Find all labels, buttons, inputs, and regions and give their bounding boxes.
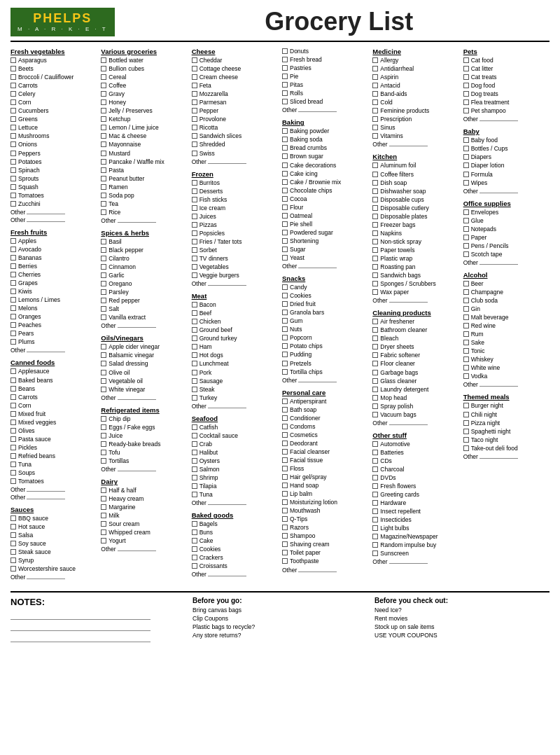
checkbox[interactable]: [372, 361, 378, 366]
checkbox[interactable]: [282, 361, 288, 366]
checkbox[interactable]: [10, 159, 16, 165]
checkbox[interactable]: [463, 180, 469, 186]
checkbox[interactable]: [10, 184, 16, 190]
checkbox[interactable]: [101, 125, 106, 130]
checkbox[interactable]: [192, 361, 197, 366]
checkbox[interactable]: [10, 378, 16, 383]
checkbox[interactable]: [463, 154, 469, 160]
checkbox[interactable]: [10, 125, 16, 130]
checkbox[interactable]: [10, 201, 16, 207]
checkbox[interactable]: [10, 99, 16, 105]
checkbox[interactable]: [282, 171, 288, 176]
checkbox[interactable]: [372, 197, 378, 202]
checkbox[interactable]: [10, 247, 16, 252]
checkbox[interactable]: [282, 449, 288, 455]
checkbox[interactable]: [10, 428, 16, 434]
checkbox[interactable]: [10, 322, 16, 328]
checkbox[interactable]: [372, 172, 378, 177]
checkbox[interactable]: [192, 57, 197, 63]
checkbox[interactable]: [372, 133, 378, 139]
checkbox[interactable]: [101, 387, 106, 392]
checkbox[interactable]: [10, 263, 16, 269]
checkbox[interactable]: [192, 378, 197, 384]
checkbox[interactable]: [372, 458, 378, 464]
checkbox[interactable]: [101, 378, 106, 384]
checkbox[interactable]: [463, 420, 469, 426]
checkbox[interactable]: [282, 352, 288, 357]
checkbox[interactable]: [282, 213, 288, 219]
checkbox[interactable]: [10, 297, 16, 303]
checkbox[interactable]: [101, 496, 106, 501]
checkbox[interactable]: [463, 356, 469, 362]
checkbox[interactable]: [372, 500, 378, 506]
checkbox[interactable]: [463, 314, 469, 320]
checkbox[interactable]: [192, 205, 197, 211]
checkbox[interactable]: [372, 162, 378, 168]
checkbox[interactable]: [192, 370, 197, 375]
checkbox[interactable]: [10, 255, 16, 261]
checkbox[interactable]: [372, 83, 378, 88]
checkbox[interactable]: [463, 340, 469, 345]
checkbox[interactable]: [372, 214, 378, 219]
checkbox[interactable]: [372, 180, 378, 186]
checkbox[interactable]: [192, 188, 197, 194]
checkbox[interactable]: [463, 281, 469, 286]
checkbox[interactable]: [372, 517, 378, 522]
checkbox[interactable]: [192, 563, 197, 569]
checkbox[interactable]: [282, 74, 288, 79]
checkbox[interactable]: [10, 368, 16, 374]
checkbox[interactable]: [372, 272, 378, 278]
checkbox[interactable]: [463, 99, 469, 105]
checkbox[interactable]: [463, 226, 469, 232]
checkbox[interactable]: [282, 432, 288, 438]
checkbox[interactable]: [282, 247, 288, 252]
checkbox[interactable]: [10, 541, 16, 546]
checkbox[interactable]: [282, 441, 288, 446]
checkbox[interactable]: [282, 558, 288, 564]
checkbox[interactable]: [372, 378, 378, 384]
checkbox[interactable]: [282, 82, 288, 88]
checkbox[interactable]: [372, 550, 378, 556]
checkbox[interactable]: [10, 515, 16, 521]
checkbox[interactable]: [372, 525, 378, 531]
checkbox[interactable]: [372, 66, 378, 71]
checkbox[interactable]: [282, 188, 288, 193]
checkbox[interactable]: [372, 281, 378, 286]
checkbox[interactable]: [192, 424, 197, 430]
checkbox[interactable]: [101, 441, 106, 447]
checkbox[interactable]: [101, 74, 106, 80]
checkbox[interactable]: [10, 305, 16, 311]
checkbox[interactable]: [192, 66, 197, 71]
checkbox[interactable]: [101, 193, 106, 198]
checkbox[interactable]: [10, 411, 16, 417]
checkbox[interactable]: [192, 555, 197, 560]
checkbox[interactable]: [282, 301, 288, 307]
checkbox[interactable]: [192, 433, 197, 438]
checkbox[interactable]: [282, 343, 288, 349]
checkbox[interactable]: [101, 83, 106, 88]
checkbox[interactable]: [101, 504, 106, 510]
checkbox[interactable]: [372, 319, 378, 324]
checkbox[interactable]: [101, 176, 106, 181]
checkbox[interactable]: [372, 335, 378, 341]
checkbox[interactable]: [282, 516, 288, 522]
checkbox[interactable]: [192, 151, 197, 156]
checkbox[interactable]: [282, 48, 288, 54]
checkbox[interactable]: [10, 445, 16, 450]
checkbox[interactable]: [101, 167, 106, 173]
checkbox[interactable]: [463, 146, 469, 151]
checkbox[interactable]: [282, 499, 288, 505]
checkbox[interactable]: [463, 429, 469, 434]
checkbox[interactable]: [10, 478, 16, 484]
checkbox[interactable]: [282, 99, 288, 104]
checkbox[interactable]: [282, 508, 288, 513]
checkbox[interactable]: [192, 458, 197, 464]
checkbox[interactable]: [10, 436, 16, 442]
checkbox[interactable]: [463, 365, 469, 370]
checkbox[interactable]: [10, 74, 16, 80]
checkbox[interactable]: [101, 116, 106, 122]
checkbox[interactable]: [101, 314, 106, 320]
checkbox[interactable]: [282, 137, 288, 142]
checkbox[interactable]: [10, 91, 16, 97]
checkbox[interactable]: [372, 91, 378, 97]
